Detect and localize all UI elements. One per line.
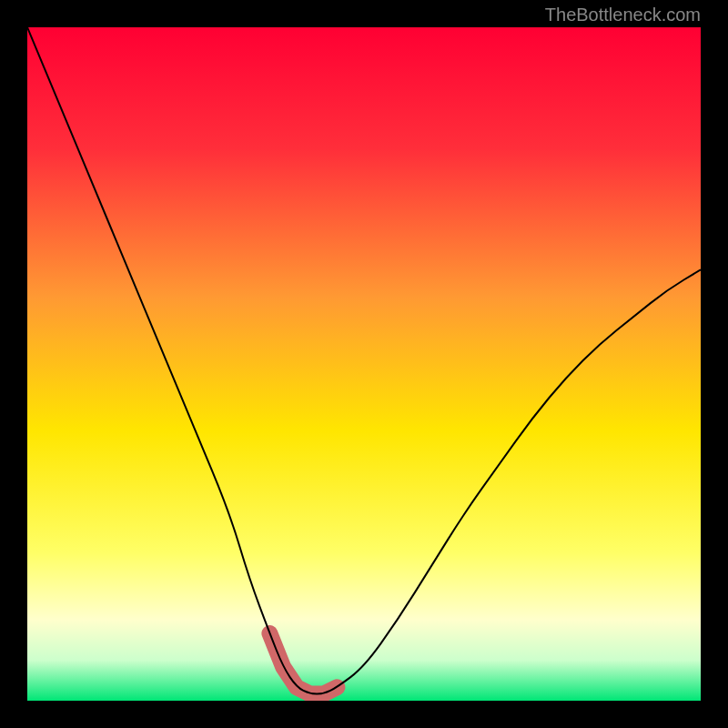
watermark-text: TheBottleneck.com: [545, 5, 701, 25]
gradient-background: [27, 27, 701, 701]
plot-area: [27, 27, 701, 701]
bottleneck-chart: [27, 27, 701, 701]
chart-container: TheBottleneck.com: [0, 0, 728, 728]
